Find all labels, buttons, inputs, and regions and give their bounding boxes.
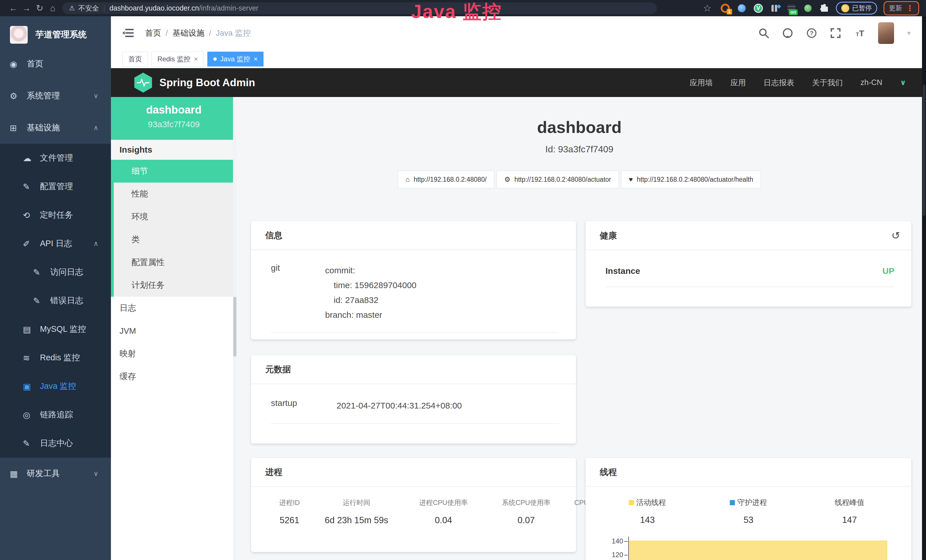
- endpoint-url: http://192.168.0.2:48080/: [414, 176, 487, 183]
- sba-nav-wallboard[interactable]: 应用墙: [690, 77, 713, 88]
- browser-back-icon[interactable]: ←: [7, 3, 20, 14]
- sba-nav-applications[interactable]: 应用: [730, 77, 746, 88]
- tab-java-monitor[interactable]: Java 监控 ×: [207, 51, 263, 67]
- panel-item-caches[interactable]: 缓存: [111, 365, 237, 388]
- sidebar-item-tracing[interactable]: ◎ 链路追踪: [0, 401, 111, 429]
- chevron-up-icon: ∧: [93, 240, 98, 248]
- sidebar-item-api-log[interactable]: ✐ API 日志 ∧: [0, 229, 111, 258]
- update-label: 更新: [889, 4, 902, 12]
- sidebar-item-infra[interactable]: ⊞ 基础设施 ∧: [0, 112, 111, 144]
- url-host[interactable]: dashboard.yudao.iocoder.cn: [109, 4, 199, 12]
- sidebar-logo-row[interactable]: 芋道管理系统: [0, 16, 111, 48]
- sidebar-item-label: 访问日志: [50, 266, 83, 278]
- extension-grid-icon[interactable]: ◆: [770, 3, 780, 14]
- stat-label-text: 活动线程: [636, 498, 666, 507]
- health-instance-row[interactable]: Instance UP: [605, 266, 894, 287]
- status-badge: UP: [882, 266, 894, 276]
- not-secure-label[interactable]: 不安全: [79, 4, 99, 13]
- user-avatar[interactable]: [878, 22, 894, 44]
- paused-status-pill[interactable]: 已暂停: [836, 2, 877, 15]
- extensions-puzzle-icon[interactable]: [819, 3, 830, 14]
- tab-close-icon[interactable]: ×: [254, 55, 257, 63]
- endpoint-actuator-url[interactable]: ⚙ http://192.168.0.2:48080/actuator: [496, 171, 619, 188]
- locale-caret-down-icon[interactable]: ∨: [900, 78, 906, 87]
- sidebar-item-redis-monitor[interactable]: ≋ Redis 监控: [0, 344, 111, 372]
- sidebar-item-access-log[interactable]: ✎ 访问日志: [0, 258, 111, 286]
- tab-home[interactable]: 首页: [123, 51, 148, 67]
- github-icon[interactable]: [782, 28, 793, 38]
- sidebar-item-error-log[interactable]: ✎ 错误日志: [0, 286, 111, 315]
- sidebar-item-dev-tools[interactable]: ▦ 研发工具 ∨: [0, 458, 111, 490]
- panel-item-environment[interactable]: 环境: [111, 206, 237, 228]
- fullscreen-icon[interactable]: [830, 28, 841, 38]
- endpoint-url: http://192.168.0.2:48080/actuator: [514, 176, 611, 183]
- sidebar-item-config-manage[interactable]: ✎ 配置管理: [0, 172, 111, 201]
- bookmark-star-icon[interactable]: ☆: [701, 3, 714, 14]
- stat-live-threads: 活动线程 143: [597, 498, 698, 525]
- sidebar-item-java-monitor[interactable]: ▣ Java 监控: [0, 372, 111, 401]
- panel-scrollbar[interactable]: [233, 97, 237, 560]
- search-icon[interactable]: [758, 28, 769, 38]
- tab-close-icon[interactable]: ×: [194, 55, 198, 63]
- sidebar-item-label: Java 监控: [40, 381, 76, 392]
- address-bar[interactable]: ⚠ 不安全 dashboard.yudao.iocoder.cn/infra/a…: [62, 2, 657, 14]
- sidebar-item-mysql-monitor[interactable]: ▤ MySQL 监控: [0, 315, 111, 344]
- health-card-header: 健康 ↺: [586, 221, 911, 250]
- browser-home-icon[interactable]: ⌂: [46, 3, 59, 14]
- browser-reload-icon[interactable]: ↻: [33, 3, 46, 14]
- extension-grammar-icon[interactable]: [803, 3, 813, 14]
- panel-item-classes[interactable]: 类: [111, 228, 237, 251]
- threads-card-header: 线程: [586, 458, 911, 486]
- panel-item-details[interactable]: 细节: [111, 160, 237, 183]
- browser-scrollbar-thumb[interactable]: [923, 85, 925, 216]
- address-divider: [104, 5, 104, 12]
- extension-badge-count: 1: [727, 9, 732, 15]
- endpoint-service-url[interactable]: ⌂ http://192.168.0.2:48080/: [398, 171, 494, 188]
- stat-value: 143: [597, 515, 698, 525]
- update-browser-button[interactable]: 更新 ⋮: [884, 1, 919, 15]
- help-icon[interactable]: ?: [806, 28, 817, 38]
- breadcrumb-home[interactable]: 首页: [145, 28, 161, 38]
- svg-text:T: T: [859, 29, 864, 38]
- avatar-caret-down-icon[interactable]: ▾: [907, 29, 911, 37]
- sidebar-item-file-manage[interactable]: ☁ 文件管理: [0, 144, 111, 172]
- browser-scrollbar[interactable]: [922, 16, 926, 560]
- sidebar-item-cron[interactable]: ⟲ 定时任务: [0, 201, 111, 229]
- collapse-sidebar-icon[interactable]: [123, 28, 134, 38]
- info-card-header: 信息: [251, 221, 576, 249]
- font-size-icon[interactable]: T T: [854, 28, 865, 38]
- sba-nav-about[interactable]: 关于我们: [812, 77, 843, 88]
- process-card-header: 进程: [251, 458, 576, 486]
- sidebar-item-label: 定时任务: [40, 209, 73, 221]
- panel-item-mappings[interactable]: 映射: [111, 342, 237, 365]
- sidebar-item-system[interactable]: ⚙ 系统管理 ∨: [0, 80, 111, 112]
- browser-menu-icon[interactable]: ⋮: [906, 4, 914, 13]
- sba-brand-title[interactable]: Spring Boot Admin: [159, 77, 255, 89]
- extension-switch-icon[interactable]: on: [786, 3, 796, 14]
- panel-item-logs[interactable]: 日志: [111, 297, 237, 319]
- endpoint-health-url[interactable]: ♥ http://192.168.0.2:48080/actuator/heal…: [621, 171, 761, 188]
- browser-forward-icon[interactable]: →: [20, 3, 33, 14]
- panel-item-config-props[interactable]: 配置属性: [111, 251, 237, 274]
- sidebar-item-log-center[interactable]: ✎ 日志中心: [0, 429, 111, 458]
- panel-item-scheduled-tasks[interactable]: 计划任务: [111, 274, 237, 297]
- endpoint-url: http://192.168.0.2:48080/actuator/health: [637, 176, 753, 183]
- sidebar-item-home[interactable]: ◉ 首页: [0, 48, 111, 80]
- extension-colorpicker-icon[interactable]: 1: [720, 3, 730, 14]
- history-clock-icon[interactable]: ↺: [891, 230, 900, 242]
- spring-boot-admin-logo: [134, 73, 152, 93]
- panel-item-jvm[interactable]: JVM: [111, 319, 237, 342]
- cards-left-column: 信息 git commit: time: 1596289704000 id: 2…: [251, 221, 576, 552]
- extension-vue-devtools-icon[interactable]: V: [753, 3, 763, 14]
- metadata-key: startup: [271, 398, 336, 413]
- instance-label: Instance: [605, 266, 640, 276]
- sba-nav-locale[interactable]: zh-CN: [860, 78, 882, 87]
- tab-label: Redis 监控: [157, 54, 191, 64]
- panel-item-metrics[interactable]: 性能: [111, 183, 237, 206]
- extension-pin-icon[interactable]: [737, 3, 747, 14]
- panel-scrollbar-thumb[interactable]: [233, 297, 236, 357]
- health-card: 健康 ↺ Instance UP: [586, 221, 911, 307]
- tab-redis-monitor[interactable]: Redis 监控 ×: [151, 51, 204, 67]
- sba-nav-journal[interactable]: 日志报表: [763, 77, 794, 88]
- breadcrumb-infra[interactable]: 基础设施: [172, 28, 204, 38]
